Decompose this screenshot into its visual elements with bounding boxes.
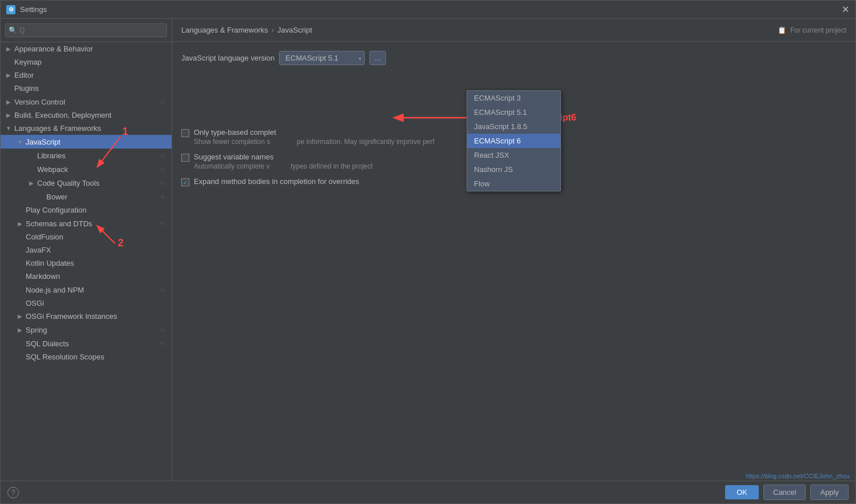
bottom-left: ? bbox=[7, 487, 19, 498]
sidebar-item-coldfusion[interactable]: ColdFusion bbox=[1, 230, 172, 243]
sidebar-item-libraries[interactable]: Libraries ⎋ bbox=[1, 149, 172, 162]
checkbox-2-label: Suggest variable names bbox=[194, 153, 373, 161]
bottom-bar: ? OK Cancel Apply bbox=[1, 481, 855, 503]
settings-window: ⚙ Settings ✕ 🔍 Appearance & Behavior bbox=[0, 0, 856, 504]
search-icon: 🔍 bbox=[9, 26, 17, 34]
sidebar-item-javascript[interactable]: JavaScript ⎋ bbox=[1, 135, 172, 149]
breadcrumb-arrow: › bbox=[272, 26, 274, 34]
ok-button[interactable]: OK bbox=[725, 485, 759, 499]
search-box: 🔍 bbox=[1, 19, 172, 42]
main-content: 🔍 Appearance & Behavior Keymap bbox=[1, 19, 855, 481]
sidebar-item-version-control[interactable]: Version Control ⎋ bbox=[1, 95, 172, 109]
sidebar-item-sql-resolution[interactable]: SQL Resolution Scopes bbox=[1, 350, 172, 363]
sidebar-item-plugins[interactable]: Plugins bbox=[1, 82, 172, 95]
dropdown-item-js185[interactable]: JavaScript 1.8.5 bbox=[467, 119, 560, 134]
tree-arrow bbox=[17, 313, 23, 320]
external-icon: ⎋ bbox=[158, 137, 167, 146]
right-panel: Languages & Frameworks › JavaScript 📋 Fo… bbox=[172, 19, 855, 481]
sidebar-item-label: SQL Dialects bbox=[26, 339, 158, 348]
sidebar-item-nodejs[interactable]: Node.js and NPM ⎋ bbox=[1, 283, 172, 297]
checkbox-2-text: Suggest variable names Automatically com… bbox=[194, 153, 373, 170]
checkbox-1-sublabel: Show fewer completion s pe information. … bbox=[194, 138, 435, 146]
sidebar-item-webpack[interactable]: Webpack ⎋ bbox=[1, 162, 172, 176]
sidebar-item-label: ColdFusion bbox=[26, 233, 167, 241]
sidebar-item-label: OSGi Framework Instances bbox=[26, 312, 167, 321]
dropdown-popup: ECMAScript 3 ECMAScript 5.1 JavaScript 1… bbox=[467, 90, 561, 191]
breadcrumb-project: 📋 For current project bbox=[778, 26, 846, 34]
version-select[interactable]: ECMAScript 5.1 bbox=[279, 51, 365, 65]
checkbox-1[interactable] bbox=[181, 129, 189, 137]
dropdown-item-react-jsx[interactable]: React JSX bbox=[467, 148, 560, 162]
sidebar-item-label: Markdown bbox=[26, 272, 167, 281]
panel-content: JavaScript language version ECMAScript 5… bbox=[172, 42, 855, 481]
tree-arrow bbox=[17, 326, 23, 333]
external-icon: ⎋ bbox=[158, 165, 167, 174]
dropdown-item-es6[interactable]: ECMAScript 6 bbox=[467, 134, 560, 148]
dropdown-item-es3[interactable]: ECMAScript 3 bbox=[467, 91, 560, 105]
sidebar-item-label: Version Control bbox=[14, 98, 158, 106]
app-icon: ⚙ bbox=[6, 5, 15, 14]
window-title: Settings bbox=[20, 5, 841, 14]
checkbox-2[interactable] bbox=[181, 154, 189, 162]
external-icon: ⎋ bbox=[158, 97, 167, 106]
tree-arrow bbox=[5, 112, 12, 119]
sidebar-item-label: Editor bbox=[14, 71, 167, 79]
title-bar: ⚙ Settings ✕ bbox=[1, 1, 855, 19]
sidebar-item-label: SQL Resolution Scopes bbox=[26, 353, 167, 361]
help-button[interactable]: ? bbox=[7, 487, 19, 498]
sidebar-item-label: Webpack bbox=[37, 165, 158, 174]
sidebar-item-label: Kotlin Updates bbox=[26, 259, 167, 267]
sidebar-item-schemas[interactable]: Schemas and DTDs ⎋ bbox=[1, 217, 172, 230]
cancel-button[interactable]: Cancel bbox=[763, 485, 806, 500]
external-icon: ⎋ bbox=[158, 285, 167, 294]
tree-arrow bbox=[17, 220, 23, 227]
sidebar-item-code-quality[interactable]: Code Quality Tools ⎋ bbox=[1, 176, 172, 190]
sidebar-item-label: Spring bbox=[26, 326, 158, 334]
sidebar-item-label: Bower bbox=[46, 193, 158, 201]
external-icon: ⎋ bbox=[158, 151, 167, 160]
sidebar-item-label: Keymap bbox=[14, 58, 167, 66]
sidebar-item-bower[interactable]: Bower ⎋ bbox=[1, 190, 172, 203]
sidebar-item-appearance[interactable]: Appearance & Behavior bbox=[1, 42, 172, 55]
sidebar-item-keymap[interactable]: Keymap bbox=[1, 55, 172, 69]
external-icon: ⎋ bbox=[158, 325, 167, 334]
sidebar-item-label: Plugins bbox=[14, 84, 167, 93]
breadcrumb: Languages & Frameworks › JavaScript 📋 Fo… bbox=[172, 19, 855, 42]
sidebar-tree: Appearance & Behavior Keymap Editor Plug… bbox=[1, 42, 172, 481]
breadcrumb-part2: JavaScript bbox=[277, 26, 312, 34]
sidebar-item-label: Build, Execution, Deployment bbox=[14, 111, 167, 119]
sidebar-item-label: Libraries bbox=[37, 151, 158, 160]
search-input[interactable] bbox=[5, 23, 167, 37]
sidebar-item-sql-dialects[interactable]: SQL Dialects ⎋ bbox=[1, 337, 172, 350]
version-label: JavaScript language version bbox=[181, 54, 274, 62]
more-button[interactable]: ... bbox=[369, 51, 386, 65]
sidebar-item-label: Schemas and DTDs bbox=[26, 219, 158, 228]
version-select-wrapper: ECMAScript 5.1 ▾ bbox=[279, 51, 365, 65]
tree-arrow bbox=[5, 46, 12, 53]
tree-arrow bbox=[28, 179, 35, 186]
sidebar-item-play-config[interactable]: Play Configuration bbox=[1, 203, 172, 217]
sidebar-item-languages[interactable]: Languages & Frameworks bbox=[1, 122, 172, 135]
search-wrapper: 🔍 bbox=[5, 23, 167, 37]
sidebar-item-label: OSGi bbox=[26, 299, 167, 307]
tree-arrow bbox=[5, 125, 12, 132]
sidebar-item-label: Node.js and NPM bbox=[26, 286, 158, 294]
dropdown-item-es51[interactable]: ECMAScript 5.1 bbox=[467, 105, 560, 119]
sidebar-item-label: Code Quality Tools bbox=[37, 179, 158, 187]
close-button[interactable]: ✕ bbox=[841, 5, 850, 14]
dropdown-item-nashorn[interactable]: Nashorn JS bbox=[467, 162, 560, 177]
external-icon: ⎋ bbox=[158, 192, 167, 201]
external-icon: ⎋ bbox=[158, 178, 167, 187]
sidebar-item-osgi-framework[interactable]: OSGi Framework Instances bbox=[1, 310, 172, 323]
apply-button[interactable]: Apply bbox=[810, 485, 849, 500]
sidebar-item-markdown[interactable]: Markdown bbox=[1, 270, 172, 283]
sidebar-item-osgi[interactable]: OSGi bbox=[1, 297, 172, 310]
checkbox-3[interactable] bbox=[181, 178, 189, 186]
sidebar-item-editor[interactable]: Editor bbox=[1, 69, 172, 82]
dropdown-item-flow[interactable]: Flow bbox=[467, 177, 560, 191]
sidebar-item-kotlin[interactable]: Kotlin Updates bbox=[1, 257, 172, 270]
sidebar-item-spring[interactable]: Spring ⎋ bbox=[1, 323, 172, 337]
sidebar-item-build[interactable]: Build, Execution, Deployment bbox=[1, 109, 172, 122]
checkbox-2-sublabel: Automatically complete v types defined i… bbox=[194, 162, 373, 170]
sidebar-item-javafx[interactable]: JavaFX bbox=[1, 243, 172, 257]
